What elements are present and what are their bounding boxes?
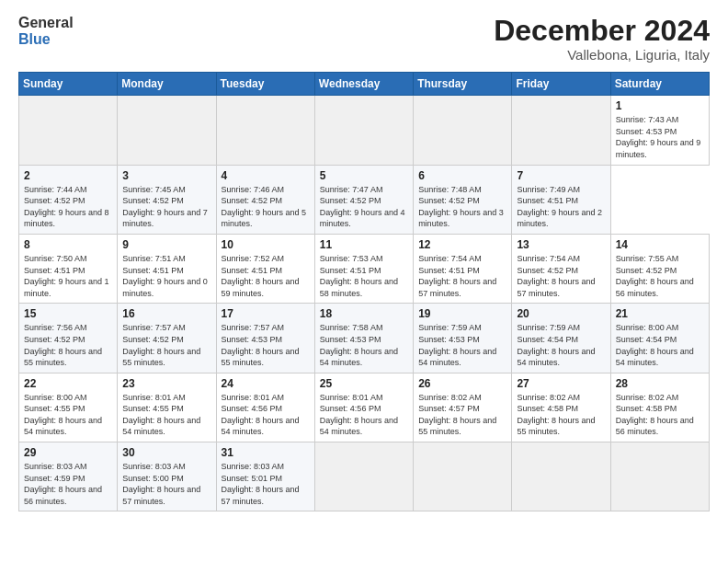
month-title: December 2024 [494,15,710,47]
table-row: 7Sunrise: 7:49 AMSunset: 4:51 PMDaylight… [512,165,610,234]
empty-cell [512,442,610,511]
table-row: 10Sunrise: 7:52 AMSunset: 4:51 PMDayligh… [216,234,314,303]
table-row: 9Sunrise: 7:51 AMSunset: 4:51 PMDaylight… [118,234,216,303]
calendar-week-1: 1Sunrise: 7:43 AMSunset: 4:53 PMDaylight… [19,96,710,165]
col-header-saturday: Saturday [610,73,709,96]
empty-cell [414,442,512,511]
empty-cell [19,96,118,165]
col-header-thursday: Thursday [414,73,512,96]
table-row: 27Sunrise: 8:02 AMSunset: 4:58 PMDayligh… [512,373,610,442]
table-row: 11Sunrise: 7:53 AMSunset: 4:51 PMDayligh… [314,234,413,303]
empty-cell [216,96,314,165]
col-header-sunday: Sunday [19,73,118,96]
table-row: 12Sunrise: 7:54 AMSunset: 4:51 PMDayligh… [414,234,512,303]
logo: General Blue General Blue [18,15,74,47]
table-row: 30Sunrise: 8:03 AMSunset: 5:00 PMDayligh… [118,442,216,511]
table-row: 1Sunrise: 7:43 AMSunset: 4:53 PMDaylight… [610,96,709,165]
calendar-week-4: 15Sunrise: 7:56 AMSunset: 4:52 PMDayligh… [19,304,710,373]
location: Vallebona, Liguria, Italy [494,47,710,63]
table-row: 5Sunrise: 7:47 AMSunset: 4:52 PMDaylight… [314,165,413,234]
table-row: 29Sunrise: 8:03 AMSunset: 4:59 PMDayligh… [19,442,118,511]
logo-general: General [18,15,74,31]
col-header-wednesday: Wednesday [314,73,413,96]
calendar-week-2: 2Sunrise: 7:44 AMSunset: 4:52 PMDaylight… [19,165,710,234]
table-row: 19Sunrise: 7:59 AMSunset: 4:53 PMDayligh… [414,304,512,373]
table-row: 6Sunrise: 7:48 AMSunset: 4:52 PMDaylight… [414,165,512,234]
table-row: 22Sunrise: 8:00 AMSunset: 4:55 PMDayligh… [19,373,118,442]
table-row: 16Sunrise: 7:57 AMSunset: 4:52 PMDayligh… [118,304,216,373]
table-row: 21Sunrise: 8:00 AMSunset: 4:54 PMDayligh… [610,304,709,373]
col-header-monday: Monday [118,73,216,96]
empty-cell [512,96,610,165]
calendar-page: General Blue General Blue December 2024 … [0,0,728,563]
table-row: 26Sunrise: 8:02 AMSunset: 4:57 PMDayligh… [414,373,512,442]
calendar-week-6: 29Sunrise: 8:03 AMSunset: 4:59 PMDayligh… [19,442,710,511]
table-row: 13Sunrise: 7:54 AMSunset: 4:52 PMDayligh… [512,234,610,303]
table-row: 4Sunrise: 7:46 AMSunset: 4:52 PMDaylight… [216,165,314,234]
calendar-week-5: 22Sunrise: 8:00 AMSunset: 4:55 PMDayligh… [19,373,710,442]
calendar-week-3: 8Sunrise: 7:50 AMSunset: 4:51 PMDaylight… [19,234,710,303]
table-row: 18Sunrise: 7:58 AMSunset: 4:53 PMDayligh… [314,304,413,373]
table-row: 20Sunrise: 7:59 AMSunset: 4:54 PMDayligh… [512,304,610,373]
page-header: General Blue General Blue December 2024 … [18,15,710,63]
empty-cell [414,96,512,165]
table-row: 3Sunrise: 7:45 AMSunset: 4:52 PMDaylight… [118,165,216,234]
title-section: December 2024 Vallebona, Liguria, Italy [494,15,710,63]
calendar-header-row: SundayMondayTuesdayWednesdayThursdayFrid… [19,73,710,96]
table-row: 2Sunrise: 7:44 AMSunset: 4:52 PMDaylight… [19,165,118,234]
empty-cell [118,96,216,165]
table-row: 31Sunrise: 8:03 AMSunset: 5:01 PMDayligh… [216,442,314,511]
logo-blue: Blue [18,31,74,48]
empty-cell [314,442,413,511]
table-row: 8Sunrise: 7:50 AMSunset: 4:51 PMDaylight… [19,234,118,303]
empty-cell [314,96,413,165]
table-row: 17Sunrise: 7:57 AMSunset: 4:53 PMDayligh… [216,304,314,373]
empty-cell [610,442,709,511]
table-row: 15Sunrise: 7:56 AMSunset: 4:52 PMDayligh… [19,304,118,373]
table-row: 23Sunrise: 8:01 AMSunset: 4:55 PMDayligh… [118,373,216,442]
table-row: 14Sunrise: 7:55 AMSunset: 4:52 PMDayligh… [610,234,709,303]
table-row: 25Sunrise: 8:01 AMSunset: 4:56 PMDayligh… [314,373,413,442]
table-row: 28Sunrise: 8:02 AMSunset: 4:58 PMDayligh… [610,373,709,442]
calendar-table: SundayMondayTuesdayWednesdayThursdayFrid… [18,72,710,511]
col-header-tuesday: Tuesday [216,73,314,96]
col-header-friday: Friday [512,73,610,96]
table-row: 24Sunrise: 8:01 AMSunset: 4:56 PMDayligh… [216,373,314,442]
